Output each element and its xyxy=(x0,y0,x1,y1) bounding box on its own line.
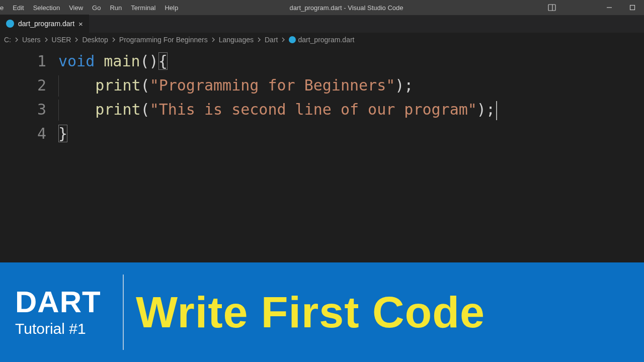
crumb-drive[interactable]: C: xyxy=(4,36,11,44)
string-literal: "This is second line of our program" xyxy=(150,101,477,118)
menu-item-run[interactable]: Run xyxy=(105,0,126,15)
svg-rect-0 xyxy=(548,5,555,11)
crumb-desktop[interactable]: Desktop xyxy=(82,36,108,44)
crumb-user[interactable]: USER xyxy=(52,36,71,44)
crumb-languages[interactable]: Languages xyxy=(219,36,254,44)
editor[interactable]: 1 2 3 4 void main(){ print("Programming … xyxy=(0,46,644,262)
chevron-right-icon xyxy=(210,37,217,42)
menu-item-selection[interactable]: Selection xyxy=(29,0,64,15)
code-line-1: void main(){ xyxy=(58,49,497,73)
tutorial-banner: DART Tutorial #1 Write First Code xyxy=(0,262,644,362)
breadcrumb: C: Users USER Desktop Programming For Be… xyxy=(0,33,644,46)
code-area[interactable]: void main(){ print("Programming for Begi… xyxy=(58,46,497,262)
code-line-4: } xyxy=(58,122,497,146)
crumb-pfb[interactable]: Programming For Beginners xyxy=(119,36,208,44)
chevron-right-icon xyxy=(256,37,263,42)
line-number-gutter: 1 2 3 4 xyxy=(0,46,58,262)
open-brace: { xyxy=(158,52,168,70)
chevron-right-icon xyxy=(110,37,117,42)
crumb-file[interactable]: dart_program.dart xyxy=(298,36,354,44)
chevron-right-icon xyxy=(43,37,50,42)
line-number: 1 xyxy=(0,49,46,73)
line-number: 2 xyxy=(0,73,46,98)
dart-file-icon xyxy=(6,20,14,28)
menu-item-terminal[interactable]: Terminal xyxy=(126,0,160,15)
chevron-right-icon xyxy=(13,37,20,42)
function-print: print xyxy=(95,76,140,94)
crumb-dart[interactable]: Dart xyxy=(265,36,278,44)
chevron-right-icon xyxy=(73,37,80,42)
banner-brand: DART xyxy=(15,287,121,317)
tab-close-button[interactable]: × xyxy=(78,20,83,28)
indent-guide xyxy=(58,100,59,121)
keyword-void: void xyxy=(58,52,95,70)
line-number: 3 xyxy=(0,98,46,122)
menu-item-help[interactable]: Help xyxy=(160,0,183,15)
window-title: dart_program.dart - Visual Studio Code xyxy=(183,4,540,12)
text-cursor xyxy=(496,101,497,120)
code-line-3: print("This is second line of our progra… xyxy=(58,98,497,122)
menu-item-edit[interactable]: Edit xyxy=(8,0,28,15)
banner-headline: Write First Code xyxy=(136,287,485,338)
dart-file-icon xyxy=(289,36,296,43)
function-print: print xyxy=(95,101,140,118)
banner-subtitle: Tutorial #1 xyxy=(15,320,121,337)
menu-item-go[interactable]: Go xyxy=(88,0,105,15)
banner-divider xyxy=(123,275,124,350)
crumb-users[interactable]: Users xyxy=(22,36,41,44)
layout-toggle-button[interactable] xyxy=(540,4,564,12)
maximize-button[interactable] xyxy=(621,0,644,15)
menu-bar: e Edit Selection View Go Run Terminal He… xyxy=(0,0,183,15)
tab-bar: dart_program.dart × xyxy=(0,15,644,33)
line-number: 4 xyxy=(0,122,46,146)
chevron-right-icon xyxy=(280,37,287,42)
banner-left: DART Tutorial #1 xyxy=(15,287,121,337)
titlebar: e Edit Selection View Go Run Terminal He… xyxy=(0,0,644,15)
indent-guide xyxy=(58,75,59,97)
code-line-2: print("Programming for Beginners"); xyxy=(58,73,497,98)
menu-item-view[interactable]: View xyxy=(64,0,88,15)
svg-rect-3 xyxy=(630,6,635,10)
close-brace: } xyxy=(58,125,67,142)
minimize-button[interactable] xyxy=(598,0,621,15)
window-controls xyxy=(564,0,644,15)
menu-item-file-fragment[interactable]: e xyxy=(0,0,8,15)
string-literal: "Programming for Beginners" xyxy=(150,76,395,94)
tab-filename: dart_program.dart xyxy=(18,20,74,28)
tab-dart-program[interactable]: dart_program.dart × xyxy=(0,15,89,33)
function-main: main xyxy=(104,52,140,70)
